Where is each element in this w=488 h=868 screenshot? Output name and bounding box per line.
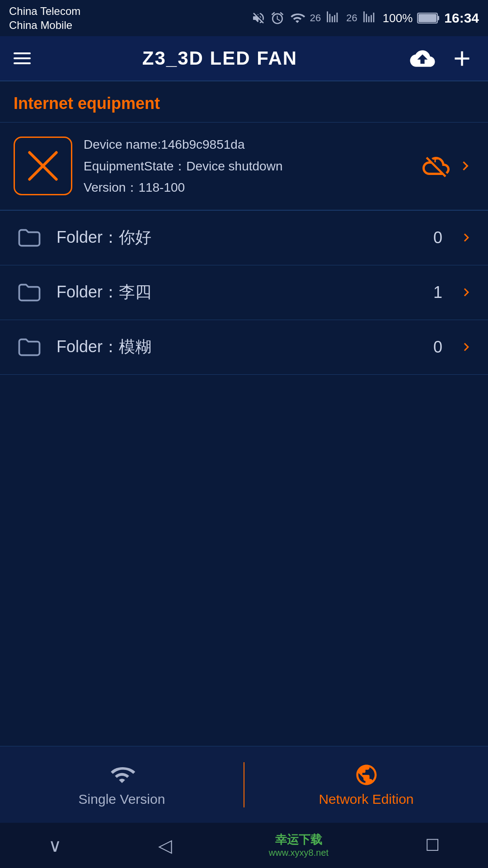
- add-icon[interactable]: [450, 46, 474, 71]
- folder-icon-1: [14, 279, 45, 306]
- upload-icon[interactable]: [409, 46, 436, 71]
- status-bar: China Telecom China Mobile 26 26 100%: [0, 0, 488, 36]
- carrier1: China Telecom: [9, 4, 80, 18]
- tab-bar: Single Version Network Edition: [0, 746, 488, 823]
- cloud-refresh-icon[interactable]: [420, 152, 452, 179]
- folder-name-2: Folder：模糊: [56, 336, 422, 358]
- nav-bar: Z3_3D LED FAN: [0, 36, 488, 81]
- globe-tab-icon: [353, 763, 380, 787]
- watermark-line2: www.xyxy8.net: [269, 847, 328, 858]
- folder-chevron-1[interactable]: [458, 280, 474, 305]
- tab-single-label: Single Version: [79, 792, 165, 807]
- section-title: Internet equipment: [0, 81, 488, 123]
- folder-name-0: Folder：你好: [56, 226, 422, 249]
- battery-percent: 100%: [383, 11, 413, 25]
- signal-2g: 26: [310, 12, 321, 24]
- nav-back-button[interactable]: ◁: [158, 835, 172, 856]
- signal-2g-2: 26: [346, 12, 357, 24]
- tab-single[interactable]: Single Version: [0, 746, 244, 823]
- folder-row-1[interactable]: Folder：李四 1: [0, 265, 488, 320]
- device-chevron-icon[interactable]: [456, 152, 474, 179]
- device-x-icon: [25, 148, 61, 184]
- device-state: EquipmentState：Device shutdown: [84, 156, 409, 177]
- alarm-icon: [270, 11, 285, 25]
- nav-home-button[interactable]: ☐: [425, 836, 440, 855]
- device-actions: [420, 152, 474, 179]
- folder-chevron-2[interactable]: [458, 335, 474, 359]
- device-info: Device name:146b9c9851da EquipmentState：…: [84, 134, 409, 198]
- svg-rect-2: [437, 16, 439, 20]
- wifi-status-icon: [289, 11, 305, 25]
- folder-row-0[interactable]: Folder：你好 0: [0, 211, 488, 265]
- nav-down-button[interactable]: ∨: [48, 835, 61, 856]
- carrier-info: China Telecom China Mobile: [9, 4, 80, 32]
- tab-network[interactable]: Network Edition: [244, 746, 488, 823]
- device-name: Device name:146b9c9851da: [84, 134, 409, 156]
- folder-chevron-0[interactable]: [458, 225, 474, 250]
- nav-actions: [409, 46, 474, 71]
- device-icon-box: [14, 137, 72, 195]
- folder-count-0: 0: [433, 228, 442, 247]
- folder-icon-2: [14, 334, 45, 361]
- menu-button[interactable]: [14, 52, 31, 64]
- battery-icon: [417, 12, 440, 24]
- page-title: Z3_3D LED FAN: [142, 47, 297, 69]
- folder-count-2: 0: [433, 338, 442, 357]
- folder-row-2[interactable]: Folder：模糊 0: [0, 320, 488, 375]
- svg-rect-1: [418, 14, 436, 22]
- tab-network-label: Network Edition: [319, 792, 413, 807]
- folder-list: Folder：你好 0 Folder：李四 1 Folder：模糊 0: [0, 211, 488, 375]
- folder-name-1: Folder：李四: [56, 281, 422, 303]
- signal-bars-2: [362, 11, 378, 25]
- carrier2: China Mobile: [9, 18, 80, 32]
- device-card[interactable]: Device name:146b9c9851da EquipmentState：…: [0, 123, 488, 211]
- folder-icon-0: [14, 224, 45, 251]
- wifi-tab-icon: [108, 763, 136, 787]
- folder-count-1: 1: [433, 283, 442, 302]
- watermark-line1: 幸运下载: [269, 833, 328, 847]
- signal-bars: [325, 11, 342, 25]
- status-icons: 26 26 100% 16:34: [251, 10, 479, 26]
- system-nav: ∨ ◁ 幸运下载 www.xyxy8.net ☐: [0, 823, 488, 868]
- time-display: 16:34: [444, 10, 479, 26]
- device-version: Version：118-100: [84, 177, 409, 198]
- watermark: 幸运下载 www.xyxy8.net: [269, 833, 328, 858]
- main-content: Internet equipment Device name:146b9c985…: [0, 81, 488, 375]
- mute-icon: [251, 11, 266, 25]
